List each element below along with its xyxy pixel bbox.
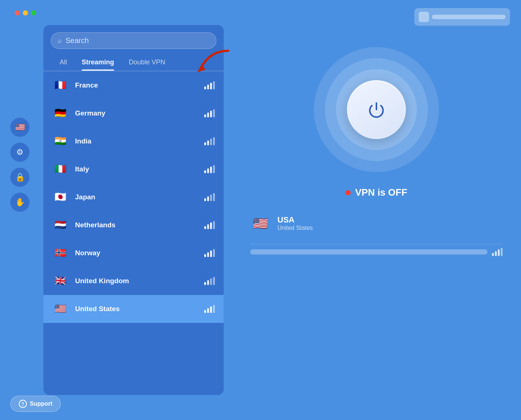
power-icon (366, 99, 387, 120)
selected-country-info[interactable]: 🇺🇸 USA United States (243, 213, 510, 234)
flag-india: 🇮🇳 (52, 133, 68, 149)
bar2 (207, 196, 209, 201)
bar3 (210, 306, 212, 313)
bar3 (210, 195, 212, 201)
search-icon: ⌕ (58, 37, 62, 45)
signal-usa (204, 305, 215, 313)
country-item-usa[interactable]: 🇺🇸 United States (43, 295, 224, 323)
country-item-japan[interactable]: 🇯🇵 Japan (43, 183, 224, 211)
bar4 (213, 249, 215, 257)
sidebar-item-lock[interactable]: 🔒 (10, 168, 29, 187)
search-bar[interactable]: ⌕ Search (51, 32, 216, 49)
signal-japan (204, 193, 215, 201)
bottom-signal-bars (492, 248, 503, 256)
bar2 (207, 168, 209, 173)
flag-norway: 🇳🇴 (52, 245, 68, 261)
power-container (314, 47, 439, 172)
support-button[interactable]: ? Support (10, 396, 61, 412)
sidebar-item-hand[interactable]: ✋ (10, 193, 29, 212)
bar4 (213, 221, 215, 229)
bar2 (207, 252, 209, 257)
sidebar: 🇺🇸 ⚙ 🔒 ✋ (10, 118, 29, 212)
country-item-germany[interactable]: 🇩🇪 Germany (43, 99, 224, 127)
country-name-uk: United Kingdom (75, 277, 204, 285)
bar4 (213, 193, 215, 201)
signal-germany (204, 109, 215, 117)
bar1 (204, 226, 206, 229)
close-button[interactable] (15, 10, 20, 15)
bar4 (213, 165, 215, 173)
country-item-norway[interactable]: 🇳🇴 Norway (43, 239, 224, 267)
flag-netherlands: 🇳🇱 (52, 217, 68, 233)
tab-streaming[interactable]: Streaming (74, 56, 121, 69)
country-name-japan: Japan (75, 193, 204, 201)
search-label[interactable]: Search (65, 36, 89, 45)
bar1 (492, 253, 494, 256)
minimize-button[interactable] (23, 10, 28, 15)
country-name-france: France (75, 81, 204, 89)
bar3 (210, 250, 212, 257)
bar3 (210, 278, 212, 285)
selected-country-sub: United States (277, 225, 313, 231)
top-right-bar (414, 8, 510, 26)
country-name-norway: Norway (75, 249, 204, 257)
country-item-netherlands[interactable]: 🇳🇱 Netherlands (43, 211, 224, 239)
bar1 (204, 142, 206, 145)
bar1 (204, 254, 206, 257)
country-item-uk[interactable]: 🇬🇧 United Kingdom (43, 267, 224, 295)
country-item-india[interactable]: 🇮🇳 India (43, 127, 224, 155)
bar1 (204, 282, 206, 285)
bar2 (207, 224, 209, 229)
status-dot (345, 190, 351, 195)
bar1 (204, 114, 206, 117)
bar2 (207, 140, 209, 145)
vpn-status-text: VPN is OFF (355, 187, 407, 198)
flag-japan: 🇯🇵 (52, 189, 68, 205)
signal-uk (204, 277, 215, 285)
bar4 (213, 305, 215, 313)
flag-usa: 🇺🇸 (52, 301, 68, 317)
right-panel: VPN is OFF 🇺🇸 USA United States (243, 25, 510, 395)
country-item-italy[interactable]: 🇮🇹 Italy (43, 155, 224, 183)
bar2 (207, 85, 209, 89)
selected-info-text: USA United States (277, 215, 313, 231)
maximize-button[interactable] (31, 10, 36, 15)
support-icon: ? (19, 400, 27, 408)
bar2 (207, 280, 209, 285)
sidebar-item-settings[interactable]: ⚙ (10, 143, 29, 162)
country-name-usa: United States (75, 305, 204, 313)
bar3 (210, 83, 212, 89)
bar4 (213, 277, 215, 285)
signal-india (204, 137, 215, 145)
tab-all[interactable]: All (52, 56, 74, 69)
bottom-blurred-text (250, 249, 488, 255)
signal-norway (204, 249, 215, 257)
tab-double-vpn[interactable]: Double VPN (121, 56, 173, 69)
app-window: ⌕ Search All Streaming Double VPN 🇫🇷 Fra… (0, 0, 521, 420)
sidebar-item-country[interactable]: 🇺🇸 (10, 118, 29, 137)
tab-bar: All Streaming Double VPN (43, 49, 224, 69)
bar4 (501, 248, 503, 256)
bottom-bar (250, 244, 503, 260)
bar1 (204, 198, 206, 201)
signal-italy (204, 165, 215, 173)
country-name-italy: Italy (75, 165, 204, 173)
top-bar-text (432, 15, 506, 19)
flag-uk: 🇬🇧 (52, 273, 68, 289)
signal-netherlands (204, 221, 215, 229)
bar4 (213, 137, 215, 145)
selected-country-name: USA (277, 215, 313, 225)
bar3 (210, 111, 212, 117)
flag-italy: 🇮🇹 (52, 161, 68, 177)
bar3 (498, 249, 500, 256)
left-panel: ⌕ Search All Streaming Double VPN 🇫🇷 Fra… (43, 25, 224, 395)
bar4 (213, 81, 215, 89)
signal-france (204, 81, 215, 89)
bar2 (495, 251, 497, 256)
flag-germany: 🇩🇪 (52, 105, 68, 121)
country-name-india: India (75, 137, 204, 145)
country-item-france[interactable]: 🇫🇷 France (43, 71, 224, 99)
country-list: 🇫🇷 France 🇩🇪 Germany (43, 71, 224, 395)
flag-france: 🇫🇷 (52, 77, 68, 93)
power-button[interactable] (347, 80, 406, 139)
